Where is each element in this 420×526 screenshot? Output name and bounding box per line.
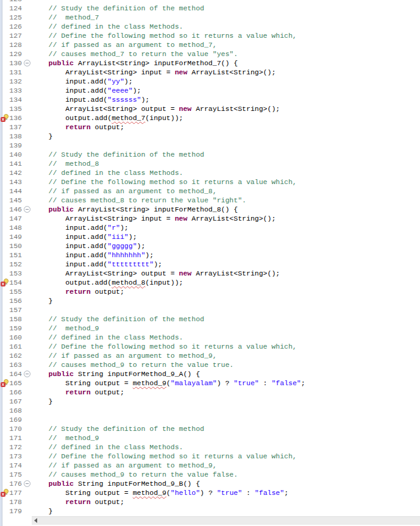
code-token: "hhhhhhh" xyxy=(107,251,145,259)
code-text[interactable]: // causes method_9 to return the value t… xyxy=(32,360,233,369)
fold-collapse-icon[interactable] xyxy=(24,60,30,66)
code-text[interactable]: return output; xyxy=(32,497,124,506)
code-token: "true" xyxy=(233,379,258,387)
line-number: 132 xyxy=(0,77,22,86)
code-text[interactable]: // defined in the class Methods. xyxy=(32,333,183,342)
code-text[interactable]: input.add("ggggg"); xyxy=(32,241,145,251)
code-text[interactable]: // method_9 xyxy=(32,433,99,442)
code-token: "yy" xyxy=(107,77,124,85)
code-text[interactable]: // if passed as an argument to method_8, xyxy=(32,187,217,196)
code-text[interactable]: ArrayList<String> input = new ArrayList<… xyxy=(32,214,276,223)
code-text[interactable]: // Study the definition of the method xyxy=(32,150,204,159)
code-line: 138 } xyxy=(0,132,420,141)
scroll-left-arrow-icon[interactable] xyxy=(34,518,37,523)
code-text[interactable]: return output; xyxy=(32,287,124,296)
code-text[interactable]: public ArrayList<String> inputForMethod_… xyxy=(32,205,238,214)
code-token: // defined in the class Methods. xyxy=(32,23,183,30)
fold-collapse-icon[interactable] xyxy=(24,371,30,377)
code-line: 134 input.add("ssssss"); xyxy=(0,95,420,104)
code-text[interactable]: // defined in the class Methods. xyxy=(32,168,183,177)
code-text[interactable]: ArrayList<String> input = new ArrayList<… xyxy=(32,68,276,77)
code-text[interactable]: // method_9 xyxy=(32,324,99,333)
code-token: "false" xyxy=(255,489,284,497)
code-text[interactable]: // method_7 xyxy=(32,13,99,22)
code-text[interactable]: String output = method_9("hello") ? "tru… xyxy=(32,488,288,497)
code-token: ); xyxy=(133,87,141,94)
line-number: 166 xyxy=(0,388,22,397)
code-text[interactable]: // Define the following method so it ret… xyxy=(32,31,297,40)
code-text[interactable]: // Define the following method so it ret… xyxy=(32,452,297,461)
code-line: 125 // method_7 xyxy=(0,13,420,22)
line-number: 175 xyxy=(0,470,22,479)
code-text[interactable]: } xyxy=(32,506,53,516)
code-text[interactable]: ArrayList<String> output = new ArrayList… xyxy=(32,104,280,113)
code-text[interactable]: output.add(method_8(input)); xyxy=(32,278,183,287)
code-token: : xyxy=(242,489,255,497)
code-text[interactable]: output.add(method_7(input)); xyxy=(32,113,183,123)
code-text[interactable]: // if passed as an argument to method_9, xyxy=(32,351,217,360)
line-number: 143 xyxy=(0,177,22,187)
code-area[interactable]: 123124 // Study the definition of the me… xyxy=(0,0,420,516)
fold-collapse-icon[interactable] xyxy=(24,206,30,213)
code-line: 124 // Study the definition of the metho… xyxy=(0,4,420,13)
code-text[interactable]: // Define the following method so it ret… xyxy=(32,177,297,187)
code-text[interactable]: // Define the following method so it ret… xyxy=(32,342,297,351)
code-text[interactable]: // causes method_8 to return the value "… xyxy=(32,196,246,205)
code-token xyxy=(32,388,65,396)
code-text[interactable]: // Study the definition of the method xyxy=(32,424,204,433)
code-token: "ttttttttt" xyxy=(107,260,154,268)
code-line: 160 // defined in the class Methods. xyxy=(0,333,420,342)
code-text[interactable]: String output = method_9("malayalam") ? … xyxy=(32,379,305,388)
horizontal-scrollbar[interactable] xyxy=(32,516,420,525)
error-token: method_7 xyxy=(112,114,145,122)
line-number: 165 xyxy=(0,379,22,388)
code-text[interactable]: // defined in the class Methods. xyxy=(32,442,183,452)
code-token: String output = xyxy=(32,489,133,497)
code-text[interactable]: // Study the definition of the method xyxy=(32,4,204,13)
code-text[interactable]: // defined in the class Methods. xyxy=(32,22,183,31)
code-line: x154 output.add(method_8(input)); xyxy=(0,278,420,287)
code-text[interactable]: input.add("yy"); xyxy=(32,77,133,86)
code-text[interactable]: } xyxy=(32,132,53,141)
code-text[interactable]: // method_8 xyxy=(32,159,99,168)
code-token: input.add( xyxy=(32,224,107,232)
code-line: 174 // if passed as an argument to metho… xyxy=(0,461,420,470)
code-text[interactable]: input.add("hhhhhhh"); xyxy=(32,251,154,260)
line-number: 135 xyxy=(0,104,22,113)
code-text[interactable]: return output; xyxy=(32,388,124,397)
line-number: 139 xyxy=(0,141,22,150)
code-text[interactable]: input.add("eeee"); xyxy=(32,86,141,95)
line-number: 169 xyxy=(0,415,22,424)
code-token: // Study the definition of the method xyxy=(32,4,204,12)
code-line: 135 ArrayList<String> output = new Array… xyxy=(0,104,420,113)
code-text[interactable]: input.add("iii"); xyxy=(32,232,137,241)
fold-minus-glyph xyxy=(26,374,29,374)
code-text[interactable]: // causes method_7 to return the value "… xyxy=(32,49,238,59)
code-text[interactable]: } xyxy=(32,296,53,305)
code-text[interactable]: input.add("ttttttttt"); xyxy=(32,260,162,269)
code-text[interactable]: // Study the definition of the method xyxy=(32,315,204,324)
code-text[interactable]: return output; xyxy=(32,123,124,132)
fold-collapse-icon[interactable] xyxy=(24,480,30,487)
line-number: 176 xyxy=(0,479,22,488)
line-number: 172 xyxy=(0,442,22,452)
code-text[interactable]: public String inputForMethod_9_A() { xyxy=(32,369,200,379)
code-text[interactable]: public String inputForMethod_9_B() { xyxy=(32,479,200,488)
code-text[interactable]: input.add("r"); xyxy=(32,223,129,232)
code-line: 146 public ArrayList<String> inputForMet… xyxy=(0,205,420,214)
line-number: 163 xyxy=(0,360,22,369)
code-text[interactable]: } xyxy=(32,397,53,406)
line-number: 158 xyxy=(0,315,22,324)
code-text[interactable]: input.add("ssssss"); xyxy=(32,95,149,104)
line-number: 128 xyxy=(0,40,22,49)
code-text[interactable]: ArrayList<String> output = new ArrayList… xyxy=(32,269,280,278)
code-text[interactable]: public ArrayList<String> inputForMethod_… xyxy=(32,59,238,68)
code-token: // Study the definition of the method xyxy=(32,315,204,323)
code-token: public xyxy=(49,480,74,488)
code-token: output; xyxy=(91,288,124,296)
code-text[interactable]: // if passed as an argument to method_9, xyxy=(32,461,217,470)
code-text[interactable]: // if passed as an argument to method_7, xyxy=(32,40,217,49)
code-token: new xyxy=(179,269,192,277)
code-text[interactable]: // causes method_9 to return the value f… xyxy=(32,470,238,479)
code-token: "malayalam" xyxy=(171,379,217,387)
